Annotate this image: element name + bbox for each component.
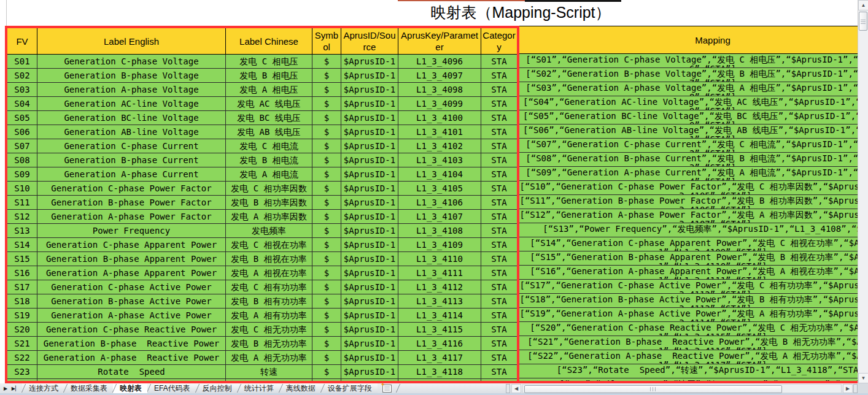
cell-symbol[interactable]: $ xyxy=(312,337,341,351)
cell-symbol[interactable]: $ xyxy=(312,97,341,111)
sheet-tab[interactable]: 统计计算 xyxy=(238,383,279,393)
sheet-tab[interactable]: 映射表 xyxy=(113,383,147,393)
cell-label-chinese[interactable]: 发电 C 相无功功率 xyxy=(226,323,312,337)
cell-symbol[interactable]: $ xyxy=(312,266,341,280)
cell-category[interactable]: STA xyxy=(481,97,517,111)
mapping-cell[interactable]: [“S11”,“Generation B-phase Power Factor”… xyxy=(519,195,858,209)
mapping-cell[interactable]: [“S16”,“Generation A-phase Apparent Powe… xyxy=(519,266,858,280)
mapping-cell[interactable]: [“S21”,“Generation B-phase Reactive Powe… xyxy=(519,336,858,350)
cell-label-chinese[interactable]: 发电 A 相电流 xyxy=(226,167,312,182)
cell-label-chinese[interactable]: 发电 BC 线电压 xyxy=(226,111,312,125)
cell-symbol[interactable]: $ xyxy=(312,153,341,167)
cell-category[interactable]: STA xyxy=(481,55,517,69)
cell-fv[interactable]: S02 xyxy=(7,69,37,83)
cell-symbol[interactable]: $ xyxy=(312,167,341,182)
cell-category[interactable]: STA xyxy=(481,280,517,294)
cell-label-chinese[interactable]: 发电 C 相电流 xyxy=(226,139,312,153)
cell-category[interactable]: STA xyxy=(481,252,517,266)
cell-aprusid-source[interactable]: $AprusID-1 xyxy=(341,365,398,379)
cell-label-english[interactable]: Generation BC-line Voltage xyxy=(37,111,226,125)
cell-aprusid-source[interactable]: $AprusID-1 xyxy=(341,196,398,210)
cell-symbol[interactable]: $ xyxy=(312,365,341,379)
cell-label-english[interactable]: Generation B-phase Current xyxy=(37,153,226,167)
cell-apruskey-parameter[interactable]: L1_3_4100 xyxy=(398,111,481,125)
cell-symbol[interactable]: $ xyxy=(312,309,341,323)
cell-aprusid-source[interactable]: $AprusID-1 xyxy=(341,238,398,252)
cell-label-english[interactable]: Generation AB-line Voltage xyxy=(37,125,226,139)
cell-label-english[interactable]: Generation C-phase Power Factor xyxy=(37,182,226,196)
cell-category[interactable]: STA xyxy=(481,309,517,323)
tab-scrollbar-splitter[interactable] xyxy=(506,384,510,393)
sheet-tab[interactable]: 离线数据 xyxy=(279,383,321,393)
vertical-scroll-thumb[interactable] xyxy=(859,12,867,31)
cell-category[interactable]: STA xyxy=(481,182,517,196)
cell-apruskey-parameter[interactable]: L1_3_4103 xyxy=(398,153,481,167)
cell-label-english[interactable]: Generation AC-line Voltage xyxy=(37,97,226,111)
mapping-cell[interactable]: [“S12”,“Generation A-phase Power Factor”… xyxy=(519,209,858,223)
cell-apruskey-parameter[interactable]: L1_3_4117 xyxy=(398,351,481,365)
cell-label-english[interactable]: Generation A-phase Reactive Power xyxy=(37,351,226,365)
cell-label-chinese[interactable]: 发电 C 相电压 xyxy=(226,55,312,69)
cell-label-english[interactable]: Generation B-phase Apparent Power xyxy=(37,252,226,266)
cell-aprusid-source[interactable]: $AprusID-1 xyxy=(341,280,398,294)
cell-apruskey-parameter[interactable]: L1_3_4104 xyxy=(398,167,481,182)
cell-label-english[interactable]: Generation A-phase Active Power xyxy=(37,309,226,323)
tab-scroll-last-button[interactable]: ▶▏ xyxy=(11,384,20,393)
cell-aprusid-source[interactable]: $AprusID-1 xyxy=(341,167,398,182)
cell-apruskey-parameter[interactable]: L1_3_4108 xyxy=(398,224,481,238)
cell-aprusid-source[interactable]: $AprusID-1 xyxy=(341,337,398,351)
cell-label-chinese[interactable]: 发电 AC 线电压 xyxy=(226,97,312,111)
cell-label-chinese[interactable]: 发电 A 相视在功率 xyxy=(226,266,312,280)
cell-symbol[interactable]: $ xyxy=(312,252,341,266)
cell-apruskey-parameter[interactable]: L1_3_4112 xyxy=(398,280,481,294)
horizontal-scrollbar[interactable] xyxy=(522,384,842,393)
header-cell-label-english[interactable]: Label English xyxy=(37,28,226,55)
mapping-cell[interactable]: [“S06”,“Generation AB-line Voltage”,“发电 … xyxy=(519,125,858,139)
cell-symbol[interactable]: $ xyxy=(312,139,341,153)
cell-apruskey-parameter[interactable]: L1_3_4102 xyxy=(398,139,481,153)
header-cell-aprusid-source[interactable]: AprusID/Source xyxy=(341,28,398,55)
cell-apruskey-parameter[interactable]: L1_3_4111 xyxy=(398,266,481,280)
cell-category[interactable]: STA xyxy=(481,365,517,379)
cell-aprusid-source[interactable]: $AprusID-1 xyxy=(341,125,398,139)
mapping-cell[interactable]: [“S14”,“Generation C-phase Apparent Powe… xyxy=(519,237,858,251)
cell-label-chinese[interactable]: 发电 B 相电压 xyxy=(226,69,312,83)
cell-label-english[interactable]: Generation C-phase Reactive Power xyxy=(37,323,226,337)
cell-label-chinese[interactable]: 发电 A 相电压 xyxy=(226,83,312,97)
horizontal-scroll-thumb[interactable] xyxy=(524,385,782,393)
cell-category[interactable]: STA xyxy=(481,210,517,224)
cell-aprusid-source[interactable]: $AprusID-1 xyxy=(341,69,398,83)
cell-symbol[interactable]: $ xyxy=(312,224,341,238)
cell-fv[interactable]: S17 xyxy=(7,280,37,294)
cell-aprusid-source[interactable]: $AprusID-1 xyxy=(341,111,398,125)
cell-apruskey-parameter[interactable]: L1_3_4098 xyxy=(398,83,481,97)
header-cell-category[interactable]: Category xyxy=(481,28,517,55)
cell-fv[interactable]: S20 xyxy=(7,323,37,337)
cell-symbol[interactable]: $ xyxy=(312,351,341,365)
cell-category[interactable]: STA xyxy=(481,224,517,238)
cell-symbol[interactable]: $ xyxy=(312,323,341,337)
scroll-left-button[interactable]: ◀ xyxy=(511,384,521,393)
cell-label-chinese[interactable]: 发电 A 相无功功率 xyxy=(226,351,312,365)
cell-aprusid-source[interactable]: $AprusID-1 xyxy=(341,309,398,323)
mapping-cell[interactable]: [“S04”,“Generation AC-line Voltage”,“发电 … xyxy=(519,96,858,110)
sheet-tab[interactable]: 设备扩展字段 xyxy=(321,383,378,393)
sheet-tab[interactable]: 连接方式 xyxy=(22,383,64,393)
cell-fv[interactable]: S06 xyxy=(7,125,37,139)
cell-label-english[interactable]: Generation A-phase Voltage xyxy=(37,83,226,97)
cell-symbol[interactable]: $ xyxy=(312,182,341,196)
cell-label-english[interactable]: Generation C-phase Active Power xyxy=(37,280,226,294)
tab-scroll-next-button[interactable]: ▶ xyxy=(1,384,10,393)
cell-fv[interactable]: S19 xyxy=(7,309,37,323)
cell-label-chinese[interactable]: 发电 A 相有功功率 xyxy=(226,309,312,323)
cell-symbol[interactable]: $ xyxy=(312,69,341,83)
cell-label-chinese[interactable]: 发电 B 相有功功率 xyxy=(226,294,312,309)
cell-symbol[interactable]: $ xyxy=(312,238,341,252)
cell-fv[interactable]: S14 xyxy=(7,238,37,252)
cell-label-english[interactable]: Generation A-phase Power Factor xyxy=(37,210,226,224)
mapping-cell[interactable]: [“S17”,“Generation C-phase Active Power”… xyxy=(519,280,858,294)
cell-fv[interactable]: S12 xyxy=(7,210,37,224)
cell-fv[interactable]: S21 xyxy=(7,337,37,351)
cell-category[interactable]: STA xyxy=(481,196,517,210)
mapping-cell[interactable]: [“S08”,“Generation B-phase Current”,“发电 … xyxy=(519,153,858,167)
